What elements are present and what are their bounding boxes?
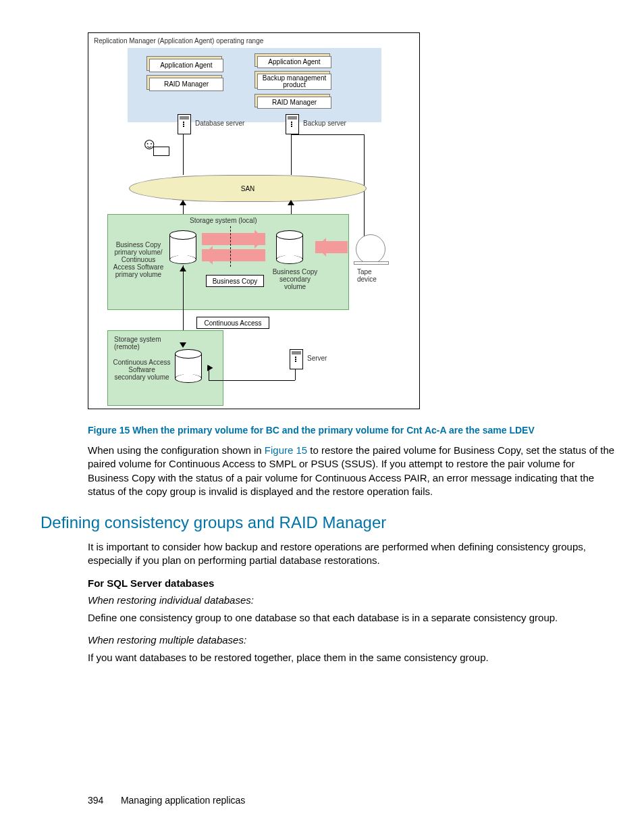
tape-label: Tape device xyxy=(357,268,391,283)
ca-svol-label: Continuous Access Software secondary vol… xyxy=(113,359,171,381)
database-server-icon xyxy=(178,114,191,134)
section-heading: Defining consistency groups and RAID Man… xyxy=(41,513,617,532)
subsection-bold: For SQL Server databases xyxy=(88,577,617,589)
paragraph-1: When using the configuration shown in Fi… xyxy=(88,444,617,498)
backup-mgmt-product: Backup management product xyxy=(254,71,330,88)
backup-server-label: Backup server xyxy=(303,120,346,127)
bc-secondary-cylinder xyxy=(276,230,303,264)
paragraph-4: If you want databases to be restored tog… xyxy=(88,651,617,664)
business-copy-box: Business Copy xyxy=(206,275,264,287)
copy-arrow-left xyxy=(202,249,265,261)
copy-arrow-right xyxy=(202,233,265,245)
storage-remote-label: Storage system (remote) xyxy=(114,336,168,350)
footer-label: Managing application replicas xyxy=(121,795,245,806)
database-server-label: Database server xyxy=(195,120,244,127)
diagram-title: Replication Manager (Application Agent) … xyxy=(94,37,263,45)
tape-device-icon xyxy=(356,234,385,264)
page-number: 394 xyxy=(88,795,118,806)
continuous-access-box: Continuous Access xyxy=(196,317,269,329)
italic-2: When restoring multiple databases: xyxy=(88,634,617,646)
raid-manager-right: RAID Manager xyxy=(254,94,330,107)
paragraph-2: It is important to consider how backup a… xyxy=(88,540,617,568)
bc-pvol-label: Business Copy primary volume/ Continuous… xyxy=(110,241,167,278)
storage-local-label: Storage system (local) xyxy=(190,217,257,224)
app-agent-left: Application Agent xyxy=(146,56,222,71)
terminal-icon xyxy=(153,147,169,156)
figure-15-link[interactable]: Figure 15 xyxy=(265,444,307,456)
app-agent-right: Application Agent xyxy=(254,53,330,67)
raid-manager-left: RAID Manager xyxy=(146,75,222,90)
figure-15: Replication Manager (Application Agent) … xyxy=(88,32,617,411)
remote-server-label: Server xyxy=(307,355,327,362)
page-footer: 394 Managing application replicas xyxy=(88,795,245,806)
figure-caption: Figure 15 When the primary volume for BC… xyxy=(88,425,617,436)
italic-1: When restoring individual databases: xyxy=(88,594,617,606)
remote-server-icon xyxy=(290,349,303,369)
dashed-divider xyxy=(230,226,231,267)
san-oval: SAN xyxy=(129,175,367,202)
bc-svol-label: Business Copy secondary volume xyxy=(268,268,322,290)
backup-server-icon xyxy=(286,114,299,134)
copy-arrow-from-tape xyxy=(315,241,348,253)
paragraph-3: Define one consistency group to one data… xyxy=(88,611,617,625)
ca-secondary-cylinder xyxy=(175,349,202,383)
bc-primary-cylinder xyxy=(169,230,196,264)
